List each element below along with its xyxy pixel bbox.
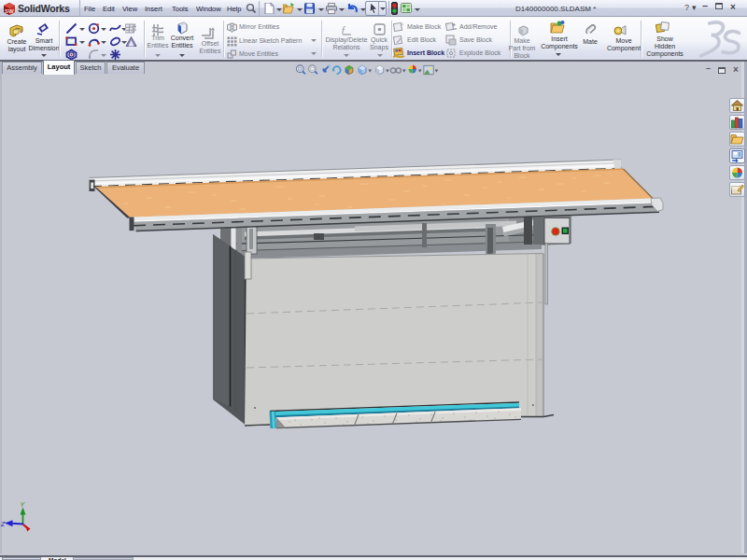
svg-text:SW: SW <box>5 8 14 14</box>
svg-text:Z: Z <box>0 521 6 527</box>
svg-text:ƒ: ƒ <box>341 23 346 35</box>
